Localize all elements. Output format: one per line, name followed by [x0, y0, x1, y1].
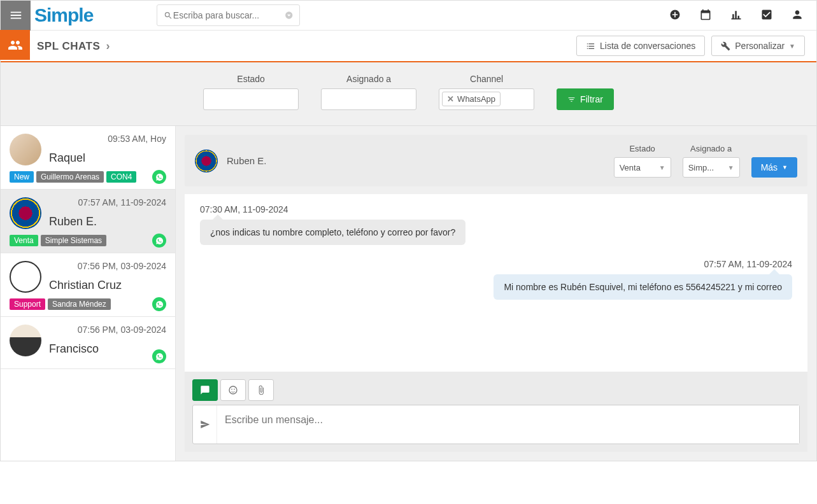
- conversation-name: Raquel: [49, 151, 166, 165]
- more-button[interactable]: Más ▼: [751, 157, 797, 178]
- conversation-time: 07:57 AM, 11-09-2024: [49, 197, 166, 207]
- svg-point-2: [229, 386, 237, 394]
- top-bar: Simple: [1, 1, 816, 31]
- filter-channel-label: Channel: [470, 74, 503, 84]
- svg-point-4: [234, 389, 235, 390]
- message-timestamp: 07:30 AM, 11-09-2024: [200, 204, 792, 214]
- chart-icon[interactable]: [730, 8, 742, 23]
- conversation-time: 07:56 PM, 03-09-2024: [49, 325, 166, 335]
- caret-down-icon: ▼: [782, 164, 788, 171]
- chat-header: Ruben E. Estado Venta ▼ Asignado a Simp.…: [185, 135, 807, 186]
- brand-logo: Simple: [34, 4, 93, 26]
- module-nav-chats[interactable]: [0, 30, 30, 60]
- status-badge: Simple Sistemas: [41, 235, 106, 246]
- conversation-item[interactable]: 07:56 PM, 03-09-2024 Christian Cruz Supp…: [1, 253, 175, 317]
- caret-down-icon: ▼: [789, 43, 795, 50]
- wrench-icon: [721, 41, 730, 51]
- message-row: 07:30 AM, 11-09-2024 ¿nos indicas tu nom…: [200, 204, 792, 245]
- filter-channel-input[interactable]: ✕ WhatsApp: [439, 88, 534, 110]
- status-badge: Sandra Méndez: [48, 298, 111, 310]
- avatar: [10, 325, 41, 356]
- message-row: 07:57 AM, 11-09-2024 Mi nombre es Rubén …: [200, 259, 792, 300]
- whatsapp-icon: [152, 234, 166, 248]
- message-bubble: Mi nombre es Rubén Esquivel, mi teléfono…: [494, 274, 792, 300]
- composer: [185, 372, 807, 452]
- avatar: [10, 134, 41, 165]
- avatar: [10, 261, 41, 293]
- conversations-list-button[interactable]: Lista de conversaciones: [576, 36, 705, 56]
- whatsapp-icon: [152, 349, 166, 363]
- conversation-list[interactable]: 09:53 AM, Hoy Raquel NewGuillermo Arenas…: [1, 126, 176, 461]
- status-badge: New: [10, 171, 34, 183]
- composer-tab-message[interactable]: [192, 379, 218, 401]
- message-bubble: ¿nos indicas tu nombre completo, teléfon…: [200, 220, 465, 245]
- filter-estado-label: Estado: [237, 74, 265, 84]
- message-timestamp: 07:57 AM, 11-09-2024: [200, 259, 792, 269]
- global-search[interactable]: [157, 4, 300, 26]
- caret-down-icon: ▼: [659, 164, 665, 171]
- module-title[interactable]: SPL CHATS ›: [37, 39, 110, 53]
- chat-estado-label: Estado: [629, 144, 655, 153]
- filter-asignado-input[interactable]: [321, 88, 416, 110]
- list-icon: [586, 41, 595, 51]
- filter-asignado-label: Asignado a: [346, 74, 391, 84]
- user-icon[interactable]: [791, 8, 804, 23]
- contact-name: Ruben E.: [227, 155, 267, 166]
- caret-down-icon: ▼: [728, 164, 734, 171]
- chevron-right-icon: ›: [106, 39, 111, 52]
- filter-estado-input[interactable]: [203, 88, 299, 110]
- status-badge: Venta: [10, 235, 38, 246]
- check-icon[interactable]: [760, 8, 773, 23]
- module-header: SPL CHATS › Lista de conversaciones Pers…: [1, 31, 816, 62]
- hamburger-menu-button[interactable]: [1, 1, 31, 31]
- chevron-down-icon[interactable]: [285, 11, 294, 20]
- status-badge: CON4: [106, 171, 136, 183]
- filter-bar: Estado Asignado a Channel ✕ WhatsApp Fil…: [1, 62, 816, 126]
- conversation-time: 07:56 PM, 03-09-2024: [49, 261, 166, 271]
- svg-point-3: [231, 389, 232, 390]
- funnel-icon: [567, 95, 576, 104]
- channel-tag: ✕ WhatsApp: [442, 92, 501, 106]
- customize-button[interactable]: Personalizar ▼: [711, 36, 805, 56]
- conversation-item[interactable]: 07:56 PM, 03-09-2024 Francisco: [1, 317, 175, 369]
- conversation-name: Francisco: [49, 342, 166, 356]
- search-icon: [164, 11, 173, 20]
- status-badge: Guillermo Arenas: [36, 171, 104, 183]
- whatsapp-icon: [152, 297, 166, 311]
- chat-asignado-select[interactable]: Simp... ▼: [683, 157, 740, 178]
- conversation-time: 09:53 AM, Hoy: [49, 134, 166, 144]
- whatsapp-icon: [152, 170, 166, 184]
- contact-avatar: [195, 150, 218, 172]
- avatar: [10, 197, 41, 229]
- filter-button[interactable]: Filtrar: [557, 88, 614, 110]
- brand-text: Simple: [34, 4, 93, 26]
- message-area[interactable]: 07:30 AM, 11-09-2024 ¿nos indicas tu nom…: [185, 194, 807, 372]
- conversation-name: Christian Cruz: [49, 279, 166, 292]
- calendar-icon[interactable]: [699, 8, 712, 23]
- add-icon[interactable]: [669, 8, 681, 23]
- top-actions: [669, 8, 816, 23]
- chat-pane: Ruben E. Estado Venta ▼ Asignado a Simp.…: [176, 126, 816, 461]
- conversation-item[interactable]: 09:53 AM, Hoy Raquel NewGuillermo Arenas…: [1, 126, 175, 190]
- conversation-item[interactable]: 07:57 AM, 11-09-2024 Ruben E. VentaSimpl…: [1, 190, 175, 253]
- status-badge: Support: [10, 298, 45, 310]
- chat-asignado-label: Asignado a: [690, 144, 732, 153]
- remove-tag-icon[interactable]: ✕: [447, 94, 454, 104]
- search-input[interactable]: [173, 10, 285, 20]
- chat-estado-select[interactable]: Venta ▼: [614, 157, 671, 178]
- composer-tab-attachment[interactable]: [248, 379, 274, 401]
- conversation-name: Ruben E.: [49, 215, 166, 228]
- message-input[interactable]: [217, 405, 799, 444]
- composer-tab-emoji[interactable]: [220, 379, 246, 401]
- send-button[interactable]: [193, 405, 217, 444]
